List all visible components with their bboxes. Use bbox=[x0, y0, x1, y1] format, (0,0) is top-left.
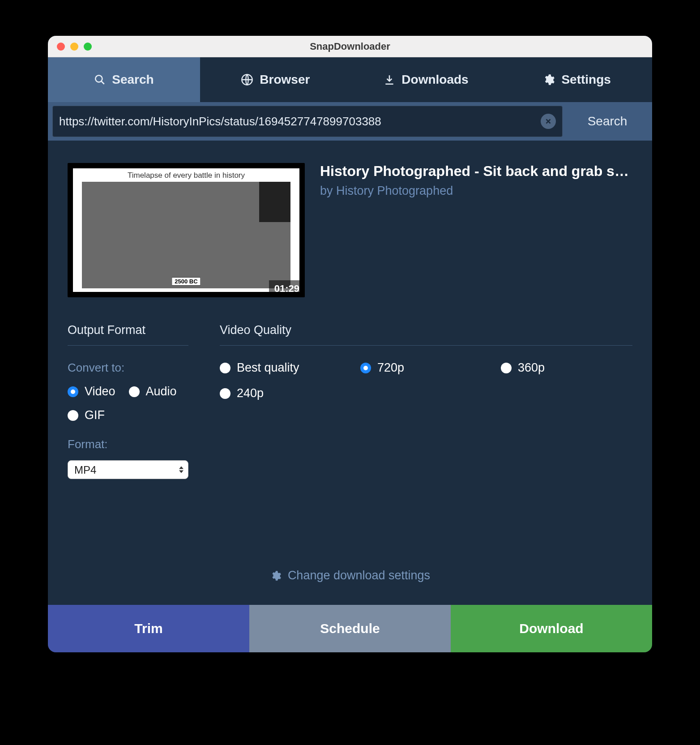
search-icon bbox=[94, 74, 106, 86]
radio-indicator bbox=[68, 410, 78, 421]
convert-to-label: Convert to: bbox=[68, 361, 188, 375]
radio-720p[interactable]: 720p bbox=[360, 361, 492, 375]
radio-360p[interactable]: 360p bbox=[501, 361, 632, 375]
download-icon bbox=[384, 74, 395, 86]
app-window: SnapDownloader Search Browser Downloads … bbox=[48, 36, 652, 652]
window-title: SnapDownloader bbox=[48, 41, 652, 52]
tab-downloads[interactable]: Downloads bbox=[351, 57, 502, 102]
top-tabs: Search Browser Downloads Settings bbox=[48, 57, 652, 102]
download-button[interactable]: Download bbox=[451, 605, 652, 652]
search-button[interactable]: Search bbox=[563, 102, 652, 141]
radio-label: 360p bbox=[518, 361, 545, 375]
video-quality-title: Video Quality bbox=[220, 323, 632, 346]
search-button-label: Search bbox=[588, 114, 627, 128]
format-select-container: MP4 bbox=[68, 460, 188, 479]
searchbar: Search bbox=[48, 102, 652, 141]
gear-icon bbox=[270, 570, 282, 582]
radio-indicator bbox=[220, 363, 230, 373]
maximize-window-button[interactable] bbox=[84, 43, 92, 51]
globe-icon bbox=[241, 73, 253, 86]
url-input-container bbox=[52, 106, 563, 137]
video-thumbnail[interactable]: Timelapse of every battle in history 250… bbox=[68, 163, 305, 297]
radio-video[interactable]: Video bbox=[68, 385, 115, 398]
thumbnail-caption: Timelapse of every battle in history bbox=[128, 168, 245, 182]
titlebar: SnapDownloader bbox=[48, 36, 652, 57]
video-result: Timelapse of every battle in history 250… bbox=[68, 163, 632, 297]
quality-radio-group: Best quality 720p 360p 240p bbox=[220, 361, 632, 400]
url-input[interactable] bbox=[59, 115, 541, 128]
trim-button[interactable]: Trim bbox=[48, 605, 249, 652]
content-area: Timelapse of every battle in history 250… bbox=[48, 141, 652, 605]
button-label: Download bbox=[519, 621, 583, 636]
button-label: Trim bbox=[134, 621, 162, 636]
close-icon bbox=[544, 117, 552, 125]
video-meta: History Photographed - Sit back and grab… bbox=[320, 163, 632, 198]
thumbnail-map: 2500 BC bbox=[82, 182, 290, 288]
radio-label: GIF bbox=[85, 408, 105, 422]
tab-browser[interactable]: Browser bbox=[200, 57, 351, 102]
radio-indicator bbox=[220, 388, 230, 399]
schedule-button[interactable]: Schedule bbox=[249, 605, 451, 652]
radio-label: 720p bbox=[377, 361, 404, 375]
tab-label: Search bbox=[112, 73, 154, 87]
traffic-lights bbox=[57, 43, 92, 51]
thumbnail-year-label: 2500 BC bbox=[171, 277, 201, 286]
tab-label: Downloads bbox=[401, 73, 468, 87]
output-format-panel: Output Format Convert to: Video Audio GI… bbox=[68, 323, 188, 479]
output-format-title: Output Format bbox=[68, 323, 188, 346]
radio-label: Video bbox=[85, 385, 115, 398]
footer-actions: Trim Schedule Download bbox=[48, 605, 652, 652]
video-duration: 01:29 bbox=[269, 280, 305, 297]
radio-indicator bbox=[129, 386, 140, 397]
radio-label: Audio bbox=[146, 385, 177, 398]
format-label: Format: bbox=[68, 437, 188, 451]
radio-indicator bbox=[68, 386, 78, 397]
svg-line-1 bbox=[102, 81, 105, 84]
gear-icon bbox=[542, 73, 555, 86]
change-download-settings-link[interactable]: Change download settings bbox=[68, 569, 632, 596]
radio-indicator bbox=[501, 363, 512, 373]
minimize-window-button[interactable] bbox=[70, 43, 78, 51]
video-title: History Photographed - Sit back and grab… bbox=[320, 163, 632, 180]
radio-audio[interactable]: Audio bbox=[129, 385, 177, 398]
tab-label: Settings bbox=[561, 73, 610, 87]
radio-240p[interactable]: 240p bbox=[220, 386, 351, 400]
tab-search[interactable]: Search bbox=[48, 57, 200, 102]
radio-label: Best quality bbox=[237, 361, 299, 375]
options: Output Format Convert to: Video Audio GI… bbox=[68, 323, 632, 479]
radio-gif[interactable]: GIF bbox=[68, 408, 105, 422]
button-label: Schedule bbox=[320, 621, 380, 636]
radio-best-quality[interactable]: Best quality bbox=[220, 361, 351, 375]
tab-label: Browser bbox=[260, 73, 310, 87]
video-quality-panel: Video Quality Best quality 720p 360p bbox=[220, 323, 632, 479]
radio-label: 240p bbox=[237, 386, 264, 400]
change-settings-label: Change download settings bbox=[288, 569, 430, 582]
close-window-button[interactable] bbox=[57, 43, 65, 51]
radio-indicator bbox=[360, 363, 371, 373]
video-author: by History Photographed bbox=[320, 184, 632, 198]
tab-settings[interactable]: Settings bbox=[501, 57, 652, 102]
convert-radio-group: Video Audio GIF bbox=[68, 385, 188, 422]
svg-point-0 bbox=[96, 75, 102, 82]
clear-input-button[interactable] bbox=[541, 114, 556, 129]
thumbnail-inner: Timelapse of every battle in history 250… bbox=[73, 168, 299, 292]
format-select[interactable]: MP4 bbox=[68, 460, 188, 479]
